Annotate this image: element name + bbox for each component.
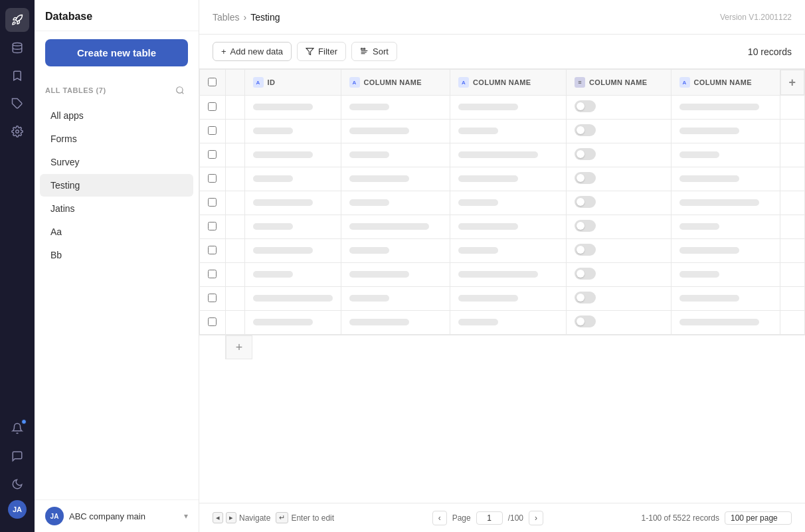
add-row-button[interactable]: + [226, 335, 252, 359]
col1-cell[interactable] [341, 143, 450, 167]
id-cell[interactable] [244, 143, 341, 167]
col1-cell[interactable] [341, 96, 450, 120]
col3-cell[interactable] [567, 120, 671, 143]
col1-cell[interactable] [341, 239, 450, 263]
toggle-cell[interactable] [575, 172, 596, 184]
puzzle-icon[interactable] [5, 92, 29, 116]
col2-cell[interactable] [450, 215, 567, 239]
row-checkbox-cell[interactable] [200, 191, 226, 215]
col2-cell[interactable] [450, 239, 567, 263]
col4-cell[interactable] [671, 120, 780, 143]
row-checkbox-cell[interactable] [200, 143, 226, 167]
sidebar-item-all-apps[interactable]: All apps [40, 104, 193, 127]
per-page-select[interactable]: 100 per page 50 per page 200 per page [725, 511, 792, 525]
row-checkbox-cell[interactable] [200, 96, 226, 120]
col4-header[interactable]: A COLUMN NAME [671, 70, 780, 96]
col2-cell[interactable] [450, 120, 567, 143]
toggle-cell[interactable] [575, 292, 596, 304]
row-checkbox[interactable] [208, 317, 217, 326]
col4-cell[interactable] [671, 191, 780, 215]
row-checkbox[interactable] [208, 294, 217, 302]
col2-cell[interactable] [450, 167, 567, 191]
toggle-cell[interactable] [575, 315, 596, 327]
col3-cell[interactable] [567, 239, 671, 263]
col3-cell[interactable] [567, 96, 671, 120]
row-checkbox[interactable] [208, 222, 217, 230]
row-checkbox[interactable] [208, 150, 217, 159]
toggle-cell[interactable] [575, 220, 596, 232]
sort-button[interactable]: Sort [351, 42, 397, 61]
col4-cell[interactable] [671, 167, 780, 191]
add-column-button[interactable]: + [780, 70, 804, 95]
col1-cell[interactable] [341, 215, 450, 239]
table-row[interactable] [200, 287, 805, 311]
row-checkbox-cell[interactable] [200, 311, 226, 335]
col1-cell[interactable] [341, 263, 450, 287]
sidebar-item-bb[interactable]: Bb [40, 244, 193, 266]
col3-cell[interactable] [567, 311, 671, 335]
id-column-header[interactable]: A ID [244, 70, 341, 96]
table-container[interactable]: A ID A COLUMN NAME A COLUMN NAME [199, 69, 805, 503]
breadcrumb-parent[interactable]: Tables [213, 12, 239, 23]
row-checkbox-cell[interactable] [200, 167, 226, 191]
toggle-cell[interactable] [575, 148, 596, 160]
col4-cell[interactable] [671, 96, 780, 120]
col4-cell[interactable] [671, 287, 780, 311]
toggle-cell[interactable] [575, 124, 596, 136]
col2-header[interactable]: A COLUMN NAME [450, 70, 567, 96]
moon-icon[interactable] [5, 472, 29, 496]
col3-cell[interactable] [567, 263, 671, 287]
toggle-cell[interactable] [575, 196, 596, 208]
col1-cell[interactable] [341, 311, 450, 335]
col2-cell[interactable] [450, 191, 567, 215]
col4-cell[interactable] [671, 311, 780, 335]
table-row[interactable] [200, 311, 805, 335]
col3-cell[interactable] [567, 287, 671, 311]
row-checkbox[interactable] [208, 246, 217, 254]
filter-button[interactable]: Filter [297, 42, 346, 61]
col3-cell[interactable] [567, 191, 671, 215]
next-page-button[interactable]: › [529, 511, 543, 525]
col2-cell[interactable] [450, 143, 567, 167]
col1-header[interactable]: A COLUMN NAME [341, 70, 450, 96]
row-checkbox[interactable] [208, 126, 217, 135]
col1-cell[interactable] [341, 191, 450, 215]
table-row[interactable] [200, 239, 805, 263]
select-all-header[interactable] [200, 70, 226, 96]
sidebar-item-forms[interactable]: Forms [40, 128, 193, 150]
col3-cell[interactable] [567, 215, 671, 239]
col4-cell[interactable] [671, 239, 780, 263]
col2-cell[interactable] [450, 96, 567, 120]
table-row[interactable] [200, 215, 805, 239]
settings-icon[interactable] [5, 120, 29, 143]
col1-cell[interactable] [341, 287, 450, 311]
id-cell[interactable] [244, 311, 341, 335]
avatar[interactable]: JA [8, 500, 27, 519]
row-checkbox-cell[interactable] [200, 263, 226, 287]
tables-search-button[interactable] [172, 82, 188, 98]
select-all-checkbox[interactable] [208, 78, 217, 86]
id-cell[interactable] [244, 263, 341, 287]
table-row[interactable] [200, 96, 805, 120]
id-cell[interactable] [244, 96, 341, 120]
col4-cell[interactable] [671, 143, 780, 167]
col2-cell[interactable] [450, 311, 567, 335]
page-input[interactable] [476, 511, 503, 525]
toggle-cell[interactable] [575, 244, 596, 256]
row-checkbox[interactable] [208, 102, 217, 111]
notification-icon[interactable] [5, 416, 29, 440]
col3-header[interactable]: ≡ COLUMN NAME [567, 70, 671, 96]
table-row[interactable] [200, 120, 805, 143]
sidebar-item-survey[interactable]: Survey [40, 151, 193, 173]
col2-cell[interactable] [450, 263, 567, 287]
col1-cell[interactable] [341, 120, 450, 143]
add-col-header[interactable]: + [780, 70, 804, 96]
table-row[interactable] [200, 167, 805, 191]
bookmark-icon[interactable] [5, 64, 29, 88]
row-checkbox[interactable] [208, 174, 217, 183]
row-checkbox-cell[interactable] [200, 239, 226, 263]
row-checkbox[interactable] [208, 198, 217, 207]
id-cell[interactable] [244, 239, 341, 263]
id-cell[interactable] [244, 287, 341, 311]
sidebar-item-testing[interactable]: Testing [40, 174, 193, 197]
